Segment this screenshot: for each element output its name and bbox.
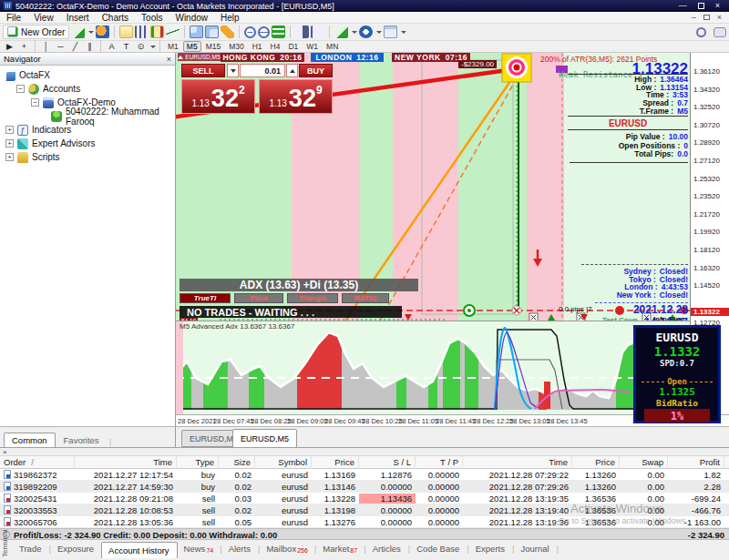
expand-expander-icon[interactable]: +	[5, 126, 14, 134]
collapse-expander-icon[interactable]: −	[16, 85, 25, 93]
indicators-caret-icon[interactable]	[352, 31, 357, 34]
profiles-icon[interactable]	[96, 25, 109, 38]
timeframe-h1[interactable]: H1	[249, 41, 266, 52]
shapes-caret-icon[interactable]	[150, 46, 156, 48]
minimize-button[interactable]: —	[679, 2, 687, 10]
zoom-in-icon[interactable]	[244, 26, 256, 38]
volume-up-button[interactable]	[286, 64, 298, 77]
cursor-tool[interactable]: ▶	[3, 41, 16, 52]
text-tool[interactable]: A	[105, 41, 118, 52]
adx-value-bar: ADX (13.63) +Di (13.35)	[180, 279, 418, 291]
market-watch-grid-icon[interactable]	[272, 25, 285, 38]
tree-item-octafx[interactable]: OctaFX	[0, 68, 175, 82]
volume-input[interactable]: 0.01	[240, 64, 285, 77]
new-chart-caret-icon[interactable]	[88, 31, 94, 34]
menu-view[interactable]: View	[27, 12, 60, 24]
child-restore-button[interactable]	[703, 15, 710, 20]
vline-tool[interactable]: │	[39, 41, 53, 52]
label-tool[interactable]: T	[119, 41, 133, 52]
buy-button[interactable]: BUY	[299, 64, 333, 77]
candlestick-chart-icon[interactable]	[150, 25, 164, 38]
timeframe-w1[interactable]: W1	[303, 41, 322, 52]
indicator-subwindow[interactable]: M5 Advanced Adx 13.6367 13.6367	[176, 321, 690, 414]
channel-tool[interactable]: ∥	[83, 41, 97, 52]
templates-icon[interactable]	[384, 25, 397, 38]
templates-caret-icon[interactable]	[401, 31, 406, 34]
timeframe-m1[interactable]: M1	[164, 41, 182, 52]
ratio-button[interactable]: RATIO	[342, 293, 389, 303]
expand-expander-icon[interactable]: +	[5, 153, 14, 161]
crosshair-tool[interactable]: +	[17, 41, 31, 52]
new-order-button[interactable]: New Order	[3, 25, 69, 39]
search-icon[interactable]	[696, 27, 706, 37]
periods-icon[interactable]	[359, 25, 373, 38]
terminal-close-icon[interactable]: ×	[3, 448, 7, 456]
tab-alerts[interactable]: Alerts	[222, 541, 258, 556]
sell-price-display[interactable]: 1.13 32 2	[181, 79, 255, 114]
timeframe-mn[interactable]: MN	[323, 41, 342, 52]
tab-account-history[interactable]: Account History	[101, 542, 178, 558]
buy-price-display[interactable]: 1.13 32 9	[259, 79, 333, 114]
tab-market[interactable]: Market87	[316, 541, 364, 556]
tab-experts[interactable]: Experts	[469, 541, 512, 556]
tree-item-scripts[interactable]: + Scripts	[0, 150, 175, 164]
menu-window[interactable]: Window	[169, 12, 214, 24]
tree-item-accounts[interactable]: − Accounts	[0, 82, 175, 96]
pivot-button[interactable]: Pivot	[234, 293, 283, 303]
zoom-out-icon[interactable]	[258, 26, 270, 38]
chart-shift-icon[interactable]	[311, 25, 324, 38]
sell-button[interactable]: SELL	[181, 64, 225, 77]
bar-chart-icon[interactable]	[135, 25, 149, 38]
child-minimize-button[interactable]: –	[692, 13, 696, 22]
timeframe-m30[interactable]: M30	[225, 41, 248, 52]
hline-tool[interactable]: ─	[54, 41, 67, 52]
tab-mailbox[interactable]: Mailbox256	[260, 541, 313, 556]
menu-charts[interactable]: Charts	[96, 12, 135, 24]
tick-chart-icon[interactable]	[119, 25, 133, 38]
tree-item-account-50402222[interactable]: 50402222: Muhammad Farooq	[0, 109, 175, 123]
table-row[interactable]: 319892209 2021.12.27 14:59:30 buy 0.02 e…	[0, 481, 729, 493]
menu-help[interactable]: Help	[214, 12, 246, 24]
chart-symbol-mini-tab[interactable]: EURUSD,M5	[178, 53, 221, 61]
timeframe-m15[interactable]: M15	[202, 41, 225, 52]
tree-item-expert-advisors[interactable]: + Expert Advisors	[0, 137, 175, 150]
expand-expander-icon[interactable]: +	[5, 139, 14, 148]
tile-windows-icon[interactable]	[190, 25, 203, 38]
tab-trade[interactable]: Trade	[13, 541, 48, 556]
chat-icon[interactable]	[714, 27, 726, 37]
tab-news[interactable]: News74	[178, 541, 221, 556]
menu-file[interactable]: File	[0, 12, 27, 24]
tab-articles[interactable]: Articles	[366, 541, 408, 556]
new-chart-icon[interactable]	[71, 25, 85, 38]
timeframe-d1[interactable]: D1	[284, 41, 302, 52]
truetl-button[interactable]: TrueTl	[180, 293, 231, 303]
navigator-tab-common[interactable]: Common	[4, 433, 56, 447]
tab-code-base[interactable]: Code Base	[410, 541, 467, 556]
maximize-button[interactable]	[698, 3, 704, 9]
tab-journal[interactable]: Journal	[514, 541, 556, 556]
volume-down-button[interactable]	[227, 64, 239, 77]
auto-scroll-icon[interactable]	[295, 25, 309, 38]
navigator-close-icon[interactable]: ×	[167, 55, 171, 64]
tab-exposure[interactable]: Exposure	[51, 541, 101, 556]
collapse-expander-icon[interactable]: −	[31, 98, 39, 107]
trendline-tool[interactable]: ╱	[68, 41, 82, 52]
timeframe-h4[interactable]: H4	[267, 41, 284, 52]
indicators-icon[interactable]	[334, 25, 348, 38]
child-close-button[interactable]: ×	[717, 13, 722, 22]
menu-tools[interactable]: Tools	[135, 12, 169, 24]
menu-insert[interactable]: Insert	[60, 12, 96, 24]
data-window-icon[interactable]	[221, 25, 234, 38]
triangle-button[interactable]: Triangle	[287, 293, 338, 303]
main-chart[interactable]: EURUSD,M5 HONG KONG20:16 LONDON12:16 NEW…	[176, 53, 690, 321]
table-row[interactable]: 319862372 2021.12.27 12:17:54 buy 0.02 e…	[0, 469, 729, 481]
chart-tab-eurusd-2[interactable]: EURUSD,M5	[232, 429, 297, 448]
cascade-windows-icon[interactable]	[205, 25, 219, 38]
timeframe-m5[interactable]: M5	[183, 41, 201, 52]
line-chart-icon[interactable]	[166, 25, 180, 38]
shapes-tool[interactable]: ⊙	[134, 41, 148, 52]
periods-caret-icon[interactable]	[376, 31, 382, 34]
terminal-splitter[interactable]: ×	[0, 448, 729, 456]
navigator-tab-favorites[interactable]: Favorites	[56, 433, 108, 447]
close-button[interactable]: ×	[715, 2, 720, 10]
